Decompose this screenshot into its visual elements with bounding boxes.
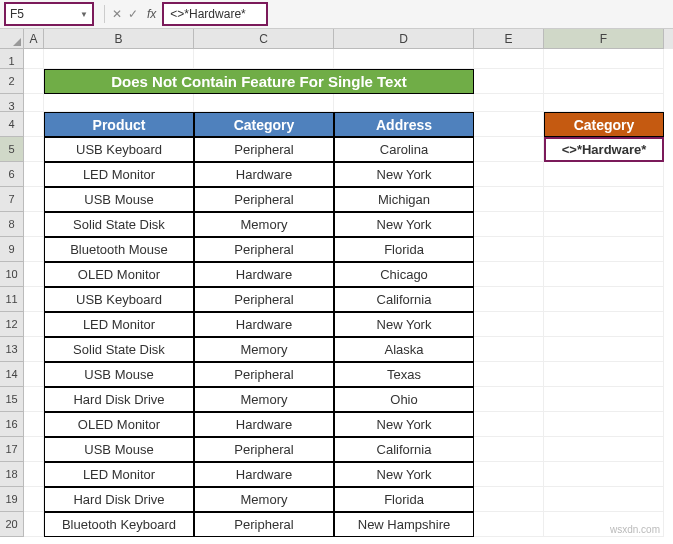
row-header[interactable]: 10	[0, 262, 24, 287]
row-header[interactable]: 18	[0, 462, 24, 487]
cell[interactable]	[544, 212, 664, 237]
name-box[interactable]: F5 ▼	[4, 2, 94, 26]
cell[interactable]	[544, 337, 664, 362]
confirm-icon[interactable]: ✓	[125, 7, 141, 21]
col-header-E[interactable]: E	[474, 29, 544, 49]
cell-address[interactable]: California	[334, 287, 474, 312]
row-header[interactable]: 7	[0, 187, 24, 212]
cell[interactable]	[544, 49, 664, 69]
cell[interactable]	[24, 462, 44, 487]
col-header-D[interactable]: D	[334, 29, 474, 49]
cell[interactable]	[24, 94, 44, 112]
cell[interactable]	[544, 262, 664, 287]
cell[interactable]	[474, 437, 544, 462]
cell[interactable]	[474, 162, 544, 187]
cell-address[interactable]: California	[334, 437, 474, 462]
cell[interactable]	[24, 162, 44, 187]
fx-icon[interactable]: fx	[147, 7, 156, 21]
cell-category[interactable]: Hardware	[194, 312, 334, 337]
cell-address[interactable]: Michigan	[334, 187, 474, 212]
row-header[interactable]: 11	[0, 287, 24, 312]
cell[interactable]	[474, 237, 544, 262]
cell-address[interactable]: New York	[334, 412, 474, 437]
cell[interactable]	[544, 462, 664, 487]
cell-product[interactable]: USB Mouse	[44, 362, 194, 387]
row-header[interactable]: 20	[0, 512, 24, 537]
cell[interactable]	[474, 387, 544, 412]
cell[interactable]	[544, 94, 664, 112]
cell-product[interactable]: Hard Disk Drive	[44, 387, 194, 412]
row-header[interactable]: 5	[0, 137, 24, 162]
cell[interactable]	[474, 187, 544, 212]
row-header[interactable]: 8	[0, 212, 24, 237]
cell[interactable]	[24, 69, 44, 94]
cell-category[interactable]: Hardware	[194, 262, 334, 287]
cell[interactable]	[474, 94, 544, 112]
row-header[interactable]: 1	[0, 49, 24, 69]
cell-product[interactable]: OLED Monitor	[44, 262, 194, 287]
row-header[interactable]: 13	[0, 337, 24, 362]
cell[interactable]	[24, 137, 44, 162]
cell-address[interactable]: New Hampshire	[334, 512, 474, 537]
cell[interactable]	[474, 462, 544, 487]
cell-category[interactable]: Peripheral	[194, 512, 334, 537]
cell-product[interactable]: Solid State Disk	[44, 212, 194, 237]
row-header[interactable]: 9	[0, 237, 24, 262]
row-header[interactable]: 2	[0, 69, 24, 94]
cell[interactable]	[24, 237, 44, 262]
cell-category[interactable]: Memory	[194, 212, 334, 237]
cell[interactable]	[24, 337, 44, 362]
cell-address[interactable]: Carolina	[334, 137, 474, 162]
cell[interactable]	[544, 312, 664, 337]
cell[interactable]	[24, 512, 44, 537]
cell-address[interactable]: Ohio	[334, 387, 474, 412]
cell[interactable]	[474, 362, 544, 387]
col-header-A[interactable]: A	[24, 29, 44, 49]
cell[interactable]	[474, 112, 544, 137]
cell[interactable]	[474, 487, 544, 512]
cell[interactable]	[474, 287, 544, 312]
cell-category[interactable]: Memory	[194, 487, 334, 512]
cell[interactable]	[24, 187, 44, 212]
cell[interactable]	[544, 437, 664, 462]
cell[interactable]	[24, 287, 44, 312]
cell[interactable]	[474, 137, 544, 162]
cell-product[interactable]: Solid State Disk	[44, 337, 194, 362]
cell-product[interactable]: USB Mouse	[44, 437, 194, 462]
cell-category[interactable]: Hardware	[194, 412, 334, 437]
cell-address[interactable]: New York	[334, 212, 474, 237]
col-header-C[interactable]: C	[194, 29, 334, 49]
cell[interactable]	[194, 49, 334, 69]
cell[interactable]	[24, 362, 44, 387]
row-header[interactable]: 3	[0, 94, 24, 112]
cell[interactable]	[474, 212, 544, 237]
row-header[interactable]: 6	[0, 162, 24, 187]
cell[interactable]	[544, 69, 664, 94]
cell[interactable]	[194, 94, 334, 112]
cell-product[interactable]: Hard Disk Drive	[44, 487, 194, 512]
row-header[interactable]: 14	[0, 362, 24, 387]
cell-address[interactable]: Texas	[334, 362, 474, 387]
cell[interactable]	[334, 94, 474, 112]
cell-address[interactable]: New York	[334, 312, 474, 337]
cell-address[interactable]: New York	[334, 162, 474, 187]
cell-category[interactable]: Memory	[194, 387, 334, 412]
cell-product[interactable]: USB Keyboard	[44, 287, 194, 312]
cell[interactable]	[544, 187, 664, 212]
cell[interactable]	[44, 49, 194, 69]
cell-product[interactable]: USB Keyboard	[44, 137, 194, 162]
cell[interactable]	[544, 287, 664, 312]
criteria-value-cell[interactable]: <>*Hardware*	[544, 137, 664, 162]
cell-product[interactable]: LED Monitor	[44, 462, 194, 487]
cell-address[interactable]: Chicago	[334, 262, 474, 287]
cell-category[interactable]: Peripheral	[194, 237, 334, 262]
row-header[interactable]: 4	[0, 112, 24, 137]
cell-product[interactable]: Bluetooth Keyboard	[44, 512, 194, 537]
row-header[interactable]: 19	[0, 487, 24, 512]
cell[interactable]	[544, 362, 664, 387]
cell-category[interactable]: Hardware	[194, 162, 334, 187]
cell[interactable]	[24, 262, 44, 287]
cancel-icon[interactable]: ✕	[109, 7, 125, 21]
row-header[interactable]: 15	[0, 387, 24, 412]
cell[interactable]	[544, 387, 664, 412]
